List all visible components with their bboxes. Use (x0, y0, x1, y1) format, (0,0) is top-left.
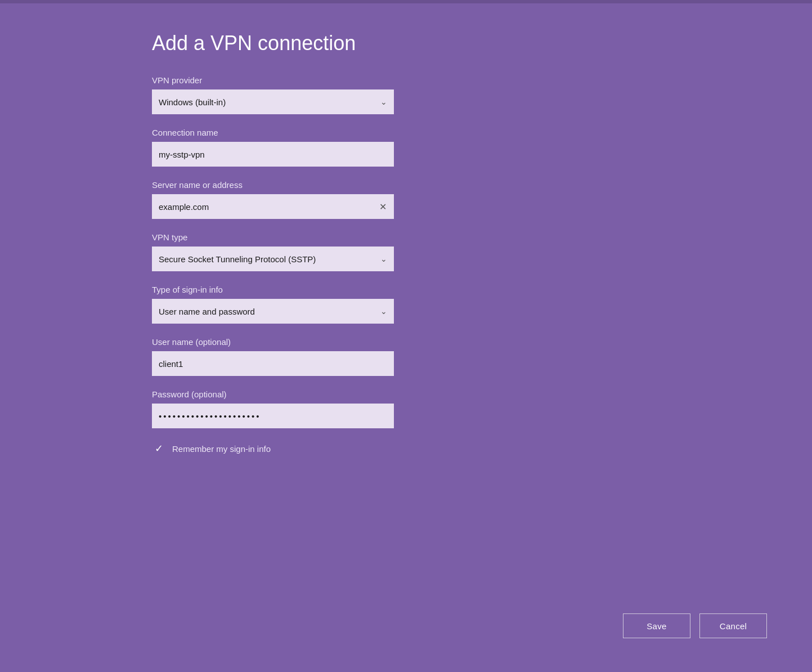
connection-name-label: Connection name (152, 128, 812, 137)
password-input[interactable] (152, 404, 394, 428)
connection-name-section: Connection name (152, 128, 812, 167)
remember-signin-label: Remember my sign-in info (172, 444, 271, 454)
server-name-section: Server name or address ✕ (152, 180, 812, 219)
vpn-type-wrapper: Secure Socket Tunneling Protocol (SSTP) … (152, 247, 394, 271)
clear-server-icon[interactable]: ✕ (377, 201, 388, 212)
sign-in-type-label: Type of sign-in info (152, 285, 812, 294)
vpn-type-label: VPN type (152, 232, 812, 242)
connection-name-input[interactable] (152, 142, 394, 167)
server-name-label: Server name or address (152, 180, 812, 190)
remember-signin-row[interactable]: ✓ Remember my sign-in info (152, 442, 812, 455)
cancel-button[interactable]: Cancel (699, 613, 767, 638)
vpn-provider-select[interactable]: Windows (built-in) (152, 89, 394, 114)
vpn-provider-section: VPN provider Windows (built-in) ⌄ (152, 75, 812, 114)
server-name-wrapper: ✕ (152, 194, 394, 219)
password-label: Password (optional) (152, 389, 812, 399)
user-name-input[interactable] (152, 351, 394, 376)
vpn-provider-label: VPN provider (152, 75, 812, 85)
user-name-label: User name (optional) (152, 337, 812, 347)
save-button[interactable]: Save (623, 613, 690, 638)
vpn-type-select[interactable]: Secure Socket Tunneling Protocol (SSTP) (152, 247, 394, 271)
server-name-input[interactable] (152, 194, 394, 219)
vpn-provider-wrapper: Windows (built-in) ⌄ (152, 89, 394, 114)
vpn-type-section: VPN type Secure Socket Tunneling Protoco… (152, 232, 812, 271)
password-section: Password (optional) (152, 389, 812, 428)
page-title: Add a VPN connection (152, 32, 812, 55)
user-name-section: User name (optional) (152, 337, 812, 376)
remember-signin-checkmark-icon: ✓ (152, 442, 165, 455)
main-container: Add a VPN connection VPN provider Window… (0, 3, 812, 455)
sign-in-type-section: Type of sign-in info User name and passw… (152, 285, 812, 324)
action-buttons: Save Cancel (623, 613, 767, 638)
sign-in-type-wrapper: User name and password ⌄ (152, 299, 394, 324)
sign-in-type-select[interactable]: User name and password (152, 299, 394, 324)
